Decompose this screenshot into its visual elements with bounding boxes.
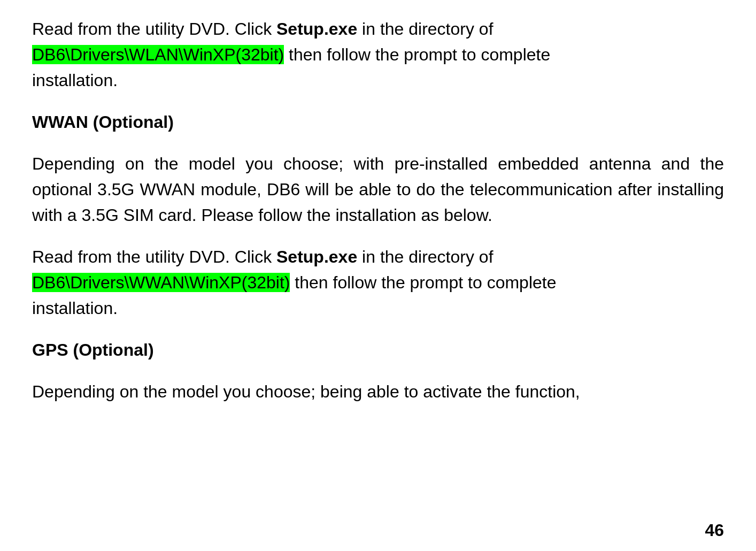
wlan-instruction-paragraph: Read from the utility DVD. Click Setup.e… xyxy=(32,16,724,93)
wwan-heading: WWAN (Optional) xyxy=(32,109,724,135)
page-number: 46 xyxy=(705,521,724,540)
gps-heading-text: GPS (Optional) xyxy=(32,340,154,359)
wwan-setup-exe: Setup.exe xyxy=(276,247,357,266)
wwan-description-text: Depending on the model you choose; with … xyxy=(32,154,724,225)
wwan-intro-text: Read from the utility DVD. Click xyxy=(32,247,276,266)
wwan-directory-text: in the directory of xyxy=(357,247,493,266)
page-number-value: 46 xyxy=(705,521,724,540)
wwan-path: DB6\Drivers\WWAN\WinXP(32bit) xyxy=(32,273,290,292)
wwan-instruction-paragraph: Read from the utility DVD. Click Setup.e… xyxy=(32,244,724,321)
wlan-intro-text: Read from the utility DVD. Click xyxy=(32,19,276,39)
gps-heading: GPS (Optional) xyxy=(32,337,724,363)
wlan-path: DB6\Drivers\WLAN\WinXP(32bit) xyxy=(32,45,284,64)
wwan-description-paragraph: Depending on the model you choose; with … xyxy=(32,151,724,228)
gps-description-paragraph: Depending on the model you choose; being… xyxy=(32,379,724,404)
wwan-heading-text: WWAN (Optional) xyxy=(32,112,174,132)
gps-description-text: Depending on the model you choose; being… xyxy=(32,382,580,401)
wlan-directory-text: in the directory of xyxy=(357,19,493,39)
page-content: Read from the utility DVD. Click Setup.e… xyxy=(0,0,756,453)
wlan-setup-exe: Setup.exe xyxy=(276,19,357,39)
